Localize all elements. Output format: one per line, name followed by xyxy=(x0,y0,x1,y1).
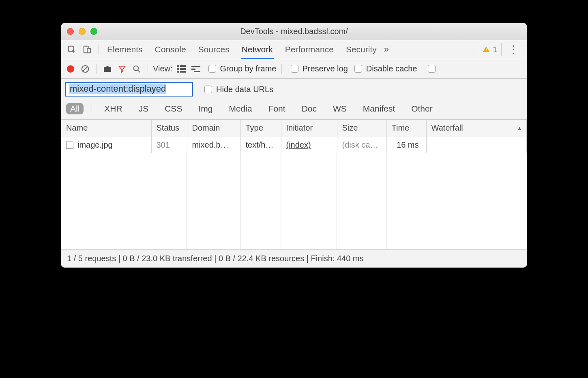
type-filter-font[interactable]: Font xyxy=(264,103,290,114)
col-header-status[interactable]: Status xyxy=(151,120,187,137)
cell-waterfall xyxy=(426,137,527,153)
col-header-time[interactable]: Time xyxy=(386,120,426,137)
type-filter-all[interactable]: All xyxy=(66,103,84,114)
checkbox-icon xyxy=(354,65,362,73)
preserve-log-option[interactable]: Preserve log xyxy=(291,64,348,73)
cell-status: 301 xyxy=(151,137,187,153)
view-label: View: xyxy=(153,64,173,73)
group-by-frame-option[interactable]: Group by frame xyxy=(208,64,277,73)
inspect-element-icon[interactable] xyxy=(65,45,78,54)
svg-rect-11 xyxy=(177,68,179,70)
type-filters: All XHR JS CSS Img Media Font Doc WS Man… xyxy=(61,101,527,120)
list-icon xyxy=(177,65,186,73)
capture-screenshots-button[interactable] xyxy=(101,65,114,73)
col-header-type[interactable]: Type xyxy=(240,120,281,137)
checkbox-icon xyxy=(208,65,216,73)
warnings-badge[interactable]: 1 xyxy=(478,43,502,56)
cell-domain: mixed.b… xyxy=(187,137,240,153)
more-options-button[interactable]: ⋮ xyxy=(504,43,523,56)
warnings-count: 1 xyxy=(493,45,497,54)
svg-line-6 xyxy=(83,67,88,71)
type-filter-other[interactable]: Other xyxy=(407,103,437,114)
svg-rect-4 xyxy=(486,51,487,52)
type-filter-js[interactable]: JS xyxy=(135,103,153,114)
group-by-frame-label: Group by frame xyxy=(220,64,277,73)
offline-option[interactable] xyxy=(428,65,436,73)
svg-rect-10 xyxy=(180,65,186,67)
filter-input-value: mixed-content:displayed xyxy=(69,84,166,94)
filter-button[interactable] xyxy=(116,65,128,73)
requests-table: Name Status Domain Type Initiator Size T… xyxy=(61,120,527,249)
tab-security[interactable]: Security xyxy=(346,41,377,58)
type-filter-media[interactable]: Media xyxy=(225,103,256,114)
hide-data-urls-label: Hide data URLs xyxy=(216,85,273,94)
warning-icon xyxy=(482,45,490,54)
cell-time: 16 ms xyxy=(386,137,426,153)
search-button[interactable] xyxy=(131,65,143,73)
col-header-name[interactable]: Name xyxy=(61,120,151,137)
zoom-window-button[interactable] xyxy=(90,28,97,35)
cell-type: text/h… xyxy=(240,137,281,153)
checkbox-icon xyxy=(428,65,436,73)
cell-initiator[interactable]: (index) xyxy=(281,137,337,153)
status-text: 1 / 5 requests | 0 B / 23.0 KB transferr… xyxy=(67,254,364,263)
svg-rect-9 xyxy=(177,65,179,67)
separator xyxy=(99,44,99,55)
type-filter-doc[interactable]: Doc xyxy=(298,103,321,114)
col-header-waterfall[interactable]: Waterfall▲ xyxy=(426,120,527,137)
cell-size: (disk ca… xyxy=(337,137,386,153)
view-overview-button[interactable] xyxy=(190,65,202,73)
checkbox-icon xyxy=(204,86,212,93)
view-large-rows-button[interactable] xyxy=(175,65,187,73)
svg-line-8 xyxy=(138,70,140,72)
devtools-window: DevTools - mixed.badssl.com/ Elements Co… xyxy=(61,23,527,268)
type-filter-xhr[interactable]: XHR xyxy=(100,103,126,114)
filter-icon xyxy=(118,65,126,73)
network-toolbar: View: Group by frame Preserve log xyxy=(61,59,527,79)
tabs-overflow-button[interactable]: » xyxy=(382,44,391,55)
filter-input[interactable]: mixed-content:displayed xyxy=(65,82,193,97)
record-button[interactable] xyxy=(67,65,74,73)
col-header-domain[interactable]: Domain xyxy=(187,120,240,137)
type-filter-img[interactable]: Img xyxy=(194,103,217,114)
tab-performance[interactable]: Performance xyxy=(285,41,334,58)
tab-console[interactable]: Console xyxy=(155,41,186,58)
tab-sources[interactable]: Sources xyxy=(198,41,230,58)
col-header-size[interactable]: Size xyxy=(337,120,386,137)
hide-data-urls-option[interactable]: Hide data URLs xyxy=(204,85,273,94)
preserve-log-label: Preserve log xyxy=(303,64,348,73)
window-title: DevTools - mixed.badssl.com/ xyxy=(61,27,527,36)
titlebar: DevTools - mixed.badssl.com/ xyxy=(61,23,527,40)
cell-name: image.jpg xyxy=(61,137,151,153)
window-controls xyxy=(67,28,97,35)
svg-rect-12 xyxy=(180,68,186,70)
tab-elements[interactable]: Elements xyxy=(107,41,143,58)
svg-rect-3 xyxy=(486,49,487,50)
camera-icon xyxy=(103,65,112,73)
svg-rect-13 xyxy=(177,71,179,73)
disable-cache-label: Disable cache xyxy=(366,64,417,73)
svg-point-7 xyxy=(134,66,139,71)
filter-row: mixed-content:displayed Hide data URLs xyxy=(61,79,527,101)
svg-rect-16 xyxy=(191,69,195,70)
svg-rect-15 xyxy=(191,66,200,67)
svg-rect-17 xyxy=(194,71,200,72)
table-header-row: Name Status Domain Type Initiator Size T… xyxy=(61,120,527,137)
svg-rect-14 xyxy=(180,71,186,73)
type-filter-ws[interactable]: WS xyxy=(329,103,351,114)
status-bar: 1 / 5 requests | 0 B / 23.0 KB transferr… xyxy=(61,249,527,267)
overview-icon xyxy=(191,65,200,73)
disable-cache-option[interactable]: Disable cache xyxy=(354,64,417,73)
device-toolbar-icon[interactable] xyxy=(81,45,94,54)
type-filter-manifest[interactable]: Manifest xyxy=(359,103,399,114)
tab-network[interactable]: Network xyxy=(242,41,273,58)
type-filter-css[interactable]: CSS xyxy=(161,103,186,114)
search-icon xyxy=(133,65,141,73)
col-header-initiator[interactable]: Initiator xyxy=(281,120,337,137)
minimize-window-button[interactable] xyxy=(79,28,86,35)
clear-button[interactable] xyxy=(79,64,91,73)
checkbox-icon xyxy=(291,65,298,73)
table-row[interactable]: image.jpg 301 mixed.b… text/h… (index) (… xyxy=(61,137,527,153)
svg-rect-2 xyxy=(87,48,90,53)
close-window-button[interactable] xyxy=(67,28,74,35)
